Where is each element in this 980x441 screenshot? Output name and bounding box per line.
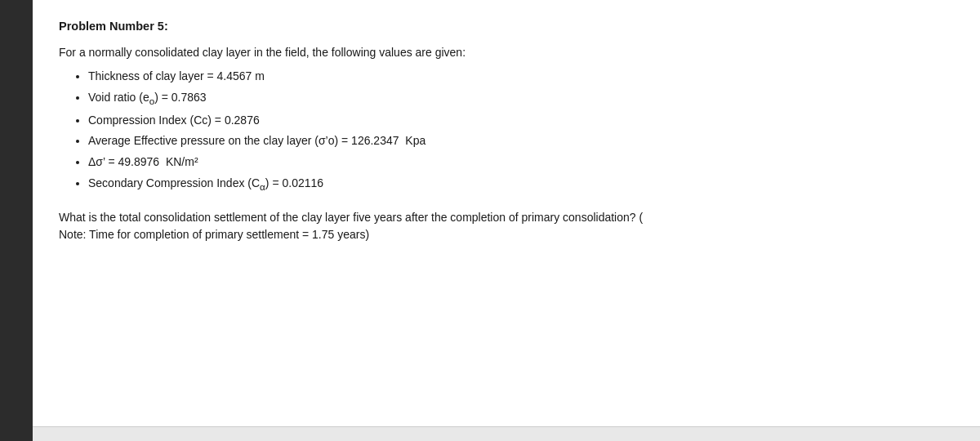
list-item: Thickness of clay layer = 4.4567 m — [88, 68, 954, 86]
bullet-avg-pressure: Average Effective pressure on the clay l… — [88, 134, 425, 147]
bullet-delta-sigma: Δσ’ = 49.8976 KN/m² — [88, 155, 198, 168]
list-item: Secondary Compression Index (Cα) = 0.021… — [88, 175, 954, 194]
list-item: Average Effective pressure on the clay l… — [88, 132, 954, 150]
bottom-bar — [33, 426, 980, 441]
bullet-void-ratio: Void ratio (eo) = 0.7863 — [88, 91, 207, 104]
list-item: Compression Index (Cc) = 0.2876 — [88, 112, 954, 130]
intro-text: For a normally consolidated clay layer i… — [59, 44, 954, 61]
bullet-thickness: Thickness of clay layer = 4.4567 m — [88, 69, 265, 82]
bullet-list: Thickness of clay layer = 4.4567 m Void … — [59, 68, 954, 198]
bullet-secondary-index: Secondary Compression Index (Cα) = 0.021… — [88, 176, 323, 189]
list-item: Δσ’ = 49.8976 KN/m² — [88, 154, 954, 172]
question-text: What is the total consolidation settleme… — [59, 209, 954, 244]
problem-title: Problem Number 5: — [59, 20, 954, 33]
left-sidebar — [0, 0, 33, 441]
bullet-compression-index: Compression Index (Cc) = 0.2876 — [88, 114, 260, 127]
list-item: Void ratio (eo) = 0.7863 — [88, 89, 954, 109]
main-content: Problem Number 5: For a normally consoli… — [33, 0, 980, 441]
